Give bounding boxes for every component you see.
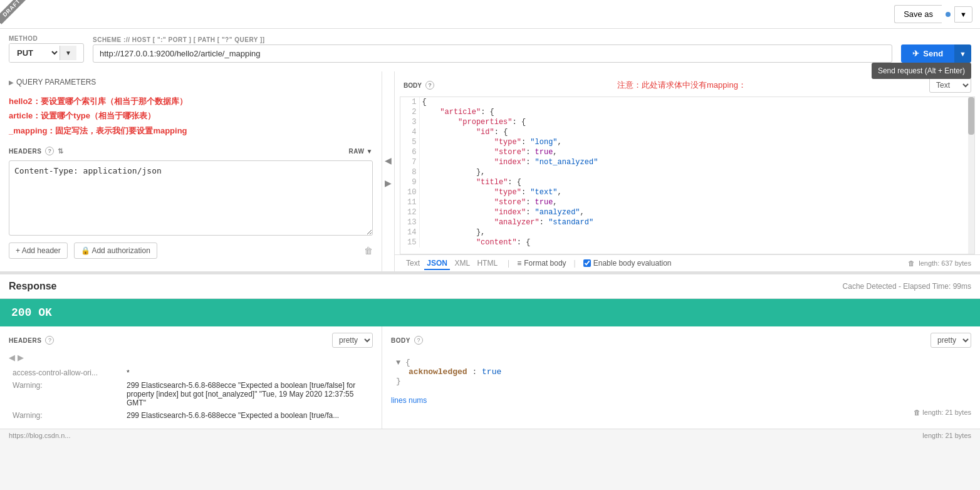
bottom-length: length: 21 bytes [922,432,971,439]
add-auth-button[interactable]: 🔒 Add authorization [74,242,157,259]
method-arrow-icon[interactable]: ▼ [60,46,76,60]
format-icon: ≡ [517,259,521,268]
response-title: Response [9,281,56,292]
save-as-button[interactable]: Save as [894,5,942,23]
code-line-row: 6 "store": true, [400,147,974,157]
status-bar: 200 OK [0,299,980,326]
resp-headers-info-icon[interactable]: ? [45,336,54,345]
scrollbar-thumb[interactable] [968,97,974,135]
resp-nav-left[interactable]: ◀ [9,353,15,362]
send-button[interactable]: ✈ Send [901,44,954,63]
line-number: 8 [400,167,419,177]
resp-nav-right[interactable]: ▶ [18,353,24,362]
headers-footer: + Add header 🔒 Add authorization 🗑 [9,242,373,259]
line-number: 5 [400,137,419,147]
resp-body-pretty-dropdown[interactable]: pretty raw [930,333,971,348]
line-number: 13 [400,217,419,227]
code-line-row: 4 "id": { [400,127,974,137]
response-panels: HEADERS ? pretty raw ◀ ▶ access-control-… [0,326,980,429]
eval-checkbox[interactable] [583,259,591,267]
tab-xml[interactable]: XML [452,258,472,269]
code-line-row: 12 "index": "analyzed", [400,207,974,217]
body-info-icon[interactable]: ? [425,81,434,90]
sort-icon[interactable]: ⇅ [58,147,64,155]
close-brace: } [396,377,401,386]
open-brace: { [405,358,410,367]
tab-html[interactable]: HTML [474,258,500,269]
scrollbar-track[interactable] [968,97,974,254]
query-params-label: QUERY PARAMETERS [16,78,96,86]
save-as-dropdown-button[interactable]: ▼ [954,6,972,23]
body-length: length: 637 bytes [919,259,971,267]
enable-eval-check[interactable]: Enable body evaluation [583,259,672,268]
resp-trash-icon[interactable]: 🗑 [914,409,920,416]
raw-dropdown[interactable]: Raw ▼ [348,148,373,155]
cache-info: Cache Detected - Elapsed Time: 99ms [843,282,971,291]
code-line-row: 2 "article": { [400,107,974,117]
collapse-icon[interactable]: ▼ [396,358,400,367]
query-params-row[interactable]: ▶ QUERY PARAMETERS [9,78,373,86]
trash-icon[interactable]: 🗑 [908,259,915,267]
method-select-wrapper: PUT GET POST DELETE ▼ [9,43,84,63]
send-dropdown-button[interactable]: ▼ [954,44,971,63]
send-area: ✈ Send ▼ Send request (Alt + Enter) [901,44,971,63]
headers-label: HEADERS [9,148,41,155]
line-number: 15 [400,237,419,248]
panels-row: ▶ QUERY PARAMETERS hello2：要设置哪个索引库（相当于那个… [0,71,980,272]
resp-header-row: Warning: 299 Elasticsearch-5.6.8-688ecce… [10,410,372,421]
lines-nums-link[interactable]: lines nums [391,396,427,405]
nav-right-arrow[interactable]: ▶ [383,177,393,189]
code-line-content: "type": "long", [419,137,974,147]
resp-colon: : [472,367,482,377]
resp-body-info-icon[interactable]: ? [414,336,423,345]
url-input[interactable] [93,44,892,63]
format-body-btn[interactable]: ≡ Format body [517,259,566,268]
header-name: Warning: [10,380,123,409]
add-header-button[interactable]: + Add header [9,242,68,259]
bottom-link[interactable]: https://blog.csdn.n... [9,432,70,439]
top-bar: DRAFT Save as ▼ [0,0,980,29]
resp-acknowledged-key: acknowledged [409,367,467,377]
code-line-row: 3 "properties": { [400,117,974,127]
resp-body-header: BODY ? pretty raw [391,333,971,348]
divider1: | [508,259,509,268]
text-format-dropdown[interactable]: Text JSON XML HTML [929,78,971,93]
resp-body-line2: acknowledged : true [396,367,966,377]
headers-section-header: HEADERS ? ⇅ Raw ▼ [9,147,373,155]
length-info: length: 45 byte(s) [9,64,971,71]
code-line-row: 7 "index": "not_analyzed" [400,157,974,167]
code-line-content: "content": { [419,237,974,248]
save-as-group: Save as ▼ [894,5,972,23]
save-as-dot [946,12,951,17]
code-line-content: }, [419,167,974,177]
resp-panel-nav-arrows: ◀ ▶ [9,353,373,362]
line-number: 3 [400,117,419,127]
line-number: 9 [400,177,419,187]
headers-textarea[interactable]: Content-Type: application/json [9,160,373,236]
code-table: 1 {2 "article": {3 "properties": {4 "id"… [400,97,974,248]
format-label: Format body [524,259,566,268]
lock-icon: 🔒 [81,246,90,255]
tab-json[interactable]: JSON [424,258,450,270]
tab-text[interactable]: Text [404,258,422,269]
annotation-line2: article：设置哪个type（相当于哪张表） [9,108,373,123]
resp-headers-table: access-control-allow-ori... *Warning: 29… [9,366,373,422]
headers-info-icon[interactable]: ? [45,147,54,155]
resp-true-value: true [482,367,501,377]
resp-header-row: access-control-allow-ori... * [10,367,372,378]
code-line-content: "store": true, [419,197,974,207]
line-number: 14 [400,227,419,237]
add-auth-label: Add authorization [91,246,150,255]
resp-headers-pretty-dropdown[interactable]: pretty raw [332,333,373,348]
line-number: 2 [400,107,419,117]
line-number: 12 [400,207,419,217]
code-line-row: 14 }, [400,227,974,237]
method-select[interactable]: PUT GET POST DELETE [9,44,60,62]
header-value: 299 Elasticsearch-5.6.8-688ecce "Expecte… [124,380,372,409]
bottom-status: https://blog.csdn.n... length: 21 bytes [0,429,980,442]
response-section: Response Cache Detected - Elapsed Time: … [0,274,980,429]
delete-icon[interactable]: 🗑 [364,246,373,256]
nav-left-arrow[interactable]: ◀ [383,154,393,167]
annotation-line1: hello2：要设置哪个索引库（相当于那个数据库） [9,94,373,108]
code-editor[interactable]: 1 {2 "article": {3 "properties": {4 "id"… [400,96,975,254]
